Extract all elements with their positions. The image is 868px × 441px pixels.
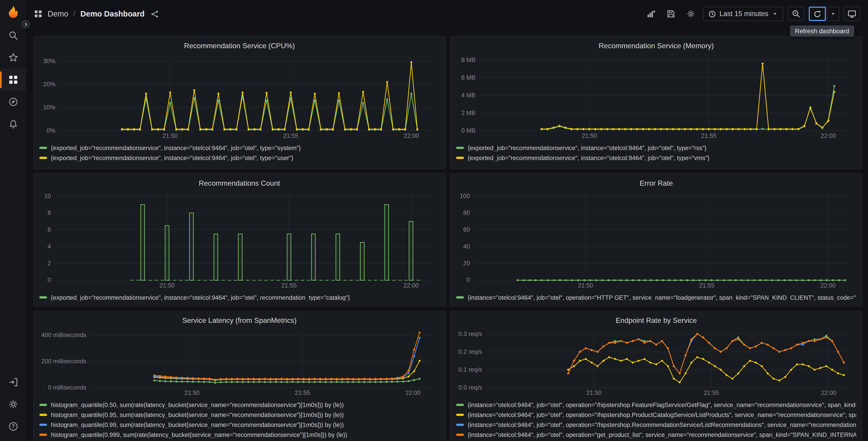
grafana-logo[interactable] [0, 0, 26, 25]
legend-item[interactable]: histogram_quantile(0.50, sum(rate(latenc… [39, 400, 440, 410]
svg-text:0 milliseconds: 0 milliseconds [48, 384, 87, 391]
breadcrumb-folder[interactable]: Demo [48, 9, 68, 18]
legend-marker [456, 296, 464, 298]
svg-text:22:00: 22:00 [405, 389, 421, 396]
apps-grid-icon [34, 9, 42, 18]
legend-marker [456, 413, 464, 416]
chart-cpu[interactable]: 0%10%20%30%21:5021:5522:00 [39, 52, 440, 140]
legend-marker [39, 147, 47, 149]
legend-item[interactable]: {exported_job="recommendationservice", i… [39, 143, 440, 153]
dashboard-settings-button[interactable] [683, 6, 699, 21]
legend-item[interactable]: {instance="otelcol:9464", job="otel", op… [456, 410, 857, 419]
svg-text:21:50: 21:50 [184, 389, 199, 396]
topbar: Demo / Demo Dashboard [26, 0, 868, 28]
svg-text:6 MB: 6 MB [461, 74, 476, 81]
sidebar-item-alerting[interactable] [0, 113, 26, 135]
refresh-button-group [809, 6, 839, 21]
panel-title[interactable]: Error Rate [456, 177, 857, 188]
zoom-out-button[interactable] [788, 6, 804, 21]
panel-recommendations-count: Recommendations Count 024681021:5021:552… [33, 173, 446, 306]
panel-title[interactable]: Recommendation Service (Memory) [456, 40, 857, 52]
svg-text:21:55: 21:55 [281, 282, 297, 289]
chart-service-latency[interactable]: 0 milliseconds200 milliseconds400 millis… [39, 326, 440, 396]
dashboard-grid: Recommendation Service (CPU%) 0%10%20%30… [26, 28, 868, 441]
sidebar-item-configuration[interactable] [0, 393, 26, 415]
legend-item[interactable]: {exported_job="recommendationservice", i… [39, 153, 440, 163]
legend-item[interactable]: histogram_quantile(0.95, sum(rate(latenc… [39, 410, 440, 419]
svg-text:0.3 req/s: 0.3 req/s [459, 330, 482, 337]
add-panel-button[interactable] [643, 6, 659, 21]
bell-icon [8, 119, 18, 129]
sidebar-item-dashboards[interactable] [0, 68, 26, 91]
chart-error-rate[interactable]: 02040608010021:5021:5522:00 [456, 188, 857, 289]
legend-item[interactable]: {exported_job="recommendationservice", i… [456, 153, 857, 163]
svg-text:2 MB: 2 MB [461, 110, 476, 116]
svg-text:8 MB: 8 MB [461, 57, 476, 63]
svg-text:40: 40 [463, 243, 470, 250]
sidebar-item-help[interactable]: ? [0, 415, 26, 438]
legend-label: {exported_job="recommendationservice", i… [468, 155, 709, 161]
svg-text:0%: 0% [46, 127, 56, 134]
legend-item[interactable]: {exported_job="recommendationservice", i… [456, 143, 857, 153]
refresh-icon [813, 10, 822, 18]
svg-text:21:55: 21:55 [283, 133, 298, 139]
svg-text:21:50: 21:50 [582, 133, 597, 139]
legend-item[interactable]: histogram_quantile(0.99, sum(rate(latenc… [39, 419, 440, 430]
legend-label: histogram_quantile(0.50, sum(rate(latenc… [51, 401, 344, 408]
caret-down-icon [830, 10, 836, 17]
sidebar-item-sign-in[interactable] [0, 371, 26, 393]
legend-marker [39, 296, 47, 298]
panel-title[interactable]: Endpoint Rate by Service [456, 315, 857, 327]
sidebar-item-search[interactable] [0, 25, 26, 47]
svg-text:21:55: 21:55 [295, 389, 310, 396]
sidebar-expand-button[interactable] [22, 20, 30, 28]
grafana-flame-icon [6, 5, 20, 20]
svg-text:4 MB: 4 MB [461, 92, 476, 99]
svg-text:400 milliseconds: 400 milliseconds [41, 331, 87, 338]
panel-service-latency: Service Latency (from SpanMetrics) 0 mil… [33, 311, 446, 441]
svg-text:100: 100 [460, 193, 470, 199]
svg-text:21:50: 21:50 [586, 389, 601, 396]
share-icon[interactable] [151, 10, 159, 18]
legend-label: histogram_quantile(0.999, sum(rate(laten… [51, 431, 347, 438]
legend-item[interactable]: {exported_job="recommendationservice", i… [39, 292, 440, 301]
legend-item[interactable]: {instance="otelcol:9464", job="otel", op… [456, 292, 857, 301]
sidebar-item-starred[interactable] [0, 47, 26, 69]
legend-marker [456, 147, 464, 149]
save-dashboard-button[interactable] [663, 6, 679, 21]
legend-label: histogram_quantile(0.99, sum(rate(latenc… [51, 421, 344, 428]
legend-label: {exported_job="recommendationservice", i… [51, 145, 301, 151]
panel-title[interactable]: Recommendation Service (CPU%) [39, 40, 440, 52]
star-icon [8, 53, 18, 62]
legend-label: {instance="otelcol:9464", job="otel", op… [468, 294, 856, 301]
legend-marker [39, 433, 47, 436]
time-range-picker[interactable]: Last 15 minutes [703, 6, 783, 21]
panel-memory: Recommendation Service (Memory) 0 MB2 MB… [450, 36, 863, 169]
svg-text:21:50: 21:50 [162, 133, 178, 139]
svg-text:200 milliseconds: 200 milliseconds [41, 358, 87, 364]
chart-recommendations-count[interactable]: 024681021:5021:5522:00 [39, 188, 440, 289]
legend-item[interactable]: histogram_quantile(0.999, sum(rate(laten… [39, 430, 440, 439]
svg-text:22:00: 22:00 [820, 282, 836, 289]
sign-in-icon [8, 377, 18, 387]
legend-item[interactable]: {instance="otelcol:9464", job="otel", op… [456, 419, 857, 430]
panel-title[interactable]: Recommendations Count [39, 177, 440, 188]
svg-text:0.2 req/s: 0.2 req/s [459, 348, 482, 355]
breadcrumb-dashboard-title[interactable]: Demo Dashboard [80, 9, 145, 18]
legend: {exported_job="recommendationservice", i… [39, 292, 440, 301]
legend-item[interactable]: {instance="otelcol:9464", job="otel", op… [456, 430, 857, 439]
breadcrumb: Demo / Demo Dashboard [34, 9, 159, 18]
sidebar-item-explore[interactable] [0, 91, 26, 113]
chart-endpoint-rate[interactable]: 0.0 req/s0.1 req/s0.2 req/s0.3 req/s21:5… [456, 326, 857, 396]
svg-text:30%: 30% [43, 58, 56, 64]
legend-item[interactable]: {instance="otelcol:9464", job="otel", op… [456, 400, 857, 410]
chart-memory[interactable]: 0 MB2 MB4 MB6 MB8 MB21:5021:5522:00 [456, 52, 857, 140]
refresh-interval-dropdown[interactable] [827, 6, 839, 21]
refresh-dashboard-button[interactable] [809, 6, 826, 21]
panel-endpoint-rate: Endpoint Rate by Service 0.0 req/s0.1 re… [450, 311, 863, 441]
help-question-icon: ? [8, 421, 18, 432]
breadcrumb-separator: / [73, 9, 75, 18]
panel-title[interactable]: Service Latency (from SpanMetrics) [39, 315, 440, 327]
svg-text:22:00: 22:00 [821, 133, 836, 139]
tv-mode-button[interactable] [843, 6, 860, 21]
